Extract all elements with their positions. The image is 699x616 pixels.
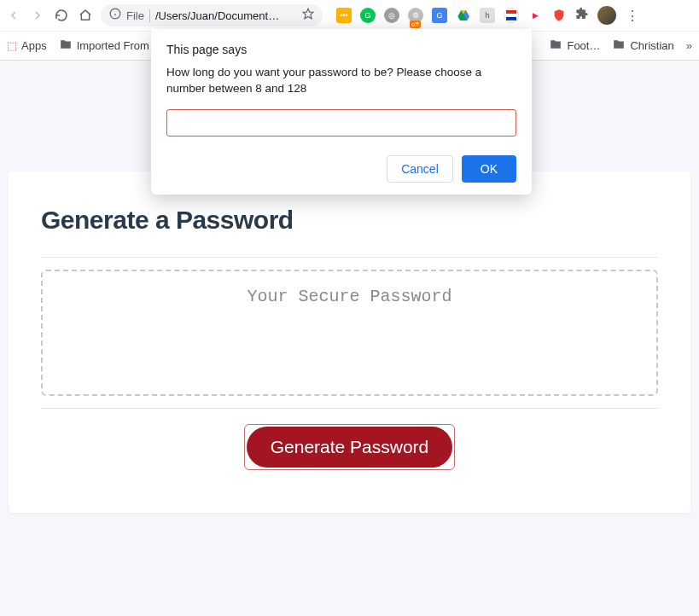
svg-rect-7	[506, 10, 516, 14]
dialog-message: How long do you want your password to be…	[166, 65, 516, 97]
bookmark-folder-foot[interactable]: Foot…	[549, 38, 600, 53]
password-placeholder: Your Secure Password	[247, 287, 451, 306]
extensions-puzzle-icon[interactable]	[575, 7, 589, 24]
extension-icons: ••• G ◎ ⚙ G h ▶ ⋮	[336, 6, 640, 25]
bookmarks-overflow-icon[interactable]: »	[686, 39, 692, 52]
bookmark-folder-christian[interactable]: Christian	[612, 38, 673, 53]
apps-icon: ⬚	[7, 39, 17, 52]
extension-icon[interactable]: ◎	[384, 8, 399, 23]
dialog-input[interactable]	[166, 109, 516, 137]
home-button[interactable]	[77, 7, 94, 24]
ublock-icon[interactable]	[551, 8, 567, 23]
dialog-title: This page says	[166, 43, 516, 56]
apps-bookmark[interactable]: ⬚ Apps	[7, 39, 47, 52]
info-icon	[109, 8, 121, 23]
extension-icon[interactable]: ▶	[527, 8, 543, 23]
bookmark-label: Apps	[21, 39, 47, 52]
extension-off-icon[interactable]: ⚙	[408, 8, 423, 23]
separator	[41, 257, 658, 258]
extension-icon[interactable]: h	[480, 8, 495, 23]
google-drive-icon[interactable]	[456, 8, 471, 23]
generate-password-button[interactable]: Generate Password	[247, 427, 453, 468]
separator	[41, 408, 658, 409]
url-scheme: File	[126, 9, 150, 22]
toolbar: File /Users/Juan/Document… ••• G ◎ ⚙ G h…	[0, 0, 699, 31]
overflow-menu-icon[interactable]: ⋮	[625, 8, 640, 24]
reload-button[interactable]	[53, 7, 70, 24]
svg-rect-9	[506, 17, 516, 20]
url-bar[interactable]: File /Users/Juan/Document…	[101, 4, 323, 26]
bookmark-label: Christian	[630, 39, 673, 52]
grammarly-icon[interactable]: G	[360, 8, 376, 23]
forward-button[interactable]	[29, 7, 46, 24]
profile-avatar[interactable]	[597, 6, 616, 25]
password-output-box: Your Secure Password	[41, 270, 658, 396]
folder-icon	[549, 38, 562, 53]
password-card: Generate a Password Your Secure Password…	[9, 171, 690, 513]
folder-icon	[59, 38, 73, 53]
extension-icon[interactable]	[504, 8, 519, 23]
folder-icon	[612, 38, 626, 53]
javascript-prompt-dialog: This page says How long do you want your…	[151, 29, 532, 195]
generate-button-focus-ring: Generate Password	[244, 424, 456, 470]
svg-rect-8	[506, 14, 516, 17]
svg-marker-3	[303, 9, 313, 19]
cancel-button[interactable]: Cancel	[387, 155, 453, 183]
extension-icon[interactable]: •••	[336, 8, 352, 23]
back-button[interactable]	[5, 7, 22, 24]
page-title: Generate a Password	[41, 206, 658, 235]
ok-button[interactable]: OK	[462, 155, 516, 183]
google-translate-icon[interactable]: G	[432, 8, 447, 23]
bookmark-star-icon[interactable]	[302, 8, 314, 23]
bookmark-label: Foot…	[567, 39, 600, 52]
url-path: /Users/Juan/Document…	[155, 9, 297, 22]
